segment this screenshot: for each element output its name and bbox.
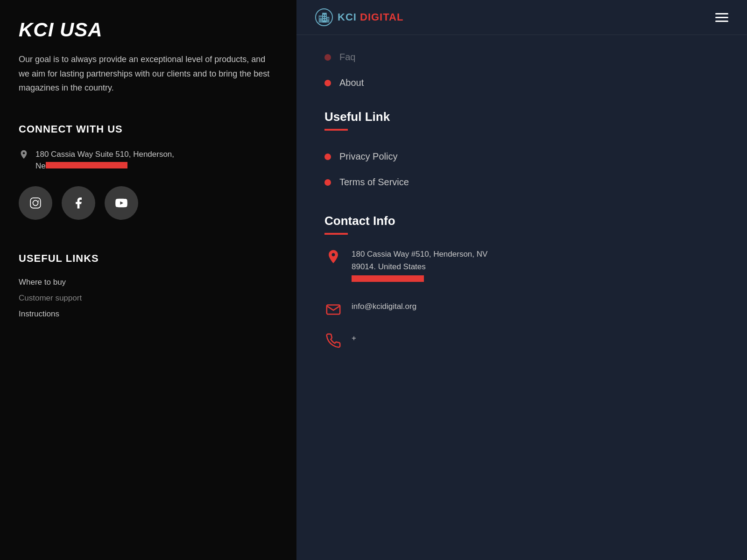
svg-rect-11 (325, 19, 326, 21)
svg-rect-1 (319, 15, 323, 22)
nav-item-about[interactable]: About (324, 70, 719, 96)
useful-link-heading: Useful Link (324, 110, 719, 124)
list-item[interactable]: Customer support (19, 294, 278, 303)
connect-title: CONNECT WITH US (19, 123, 278, 135)
address-row: 180 Cassia Way Suite 510, Henderson, Ne (19, 148, 278, 172)
contact-location-icon (324, 248, 342, 266)
nav-bullet (324, 80, 331, 86)
youtube-button[interactable] (105, 186, 138, 220)
contact-phone-row: + (324, 332, 719, 350)
contact-email-text: info@kcidigital.org (352, 300, 416, 313)
facebook-button[interactable] (62, 186, 95, 220)
nav-bullet (324, 54, 331, 61)
contact-email-row: info@kcidigital.org (324, 300, 719, 318)
hamburger-menu-button[interactable] (715, 13, 728, 22)
contact-address-text: 180 Cassia Way #510, Henderson, NV 89014… (352, 248, 487, 286)
svg-rect-12 (328, 18, 329, 20)
nav-bullet (324, 154, 331, 160)
right-panel: KCI DIGITAL Faq About Useful Link P (296, 0, 747, 560)
svg-rect-6 (323, 14, 324, 16)
contact-info-heading: Contact Info (324, 214, 719, 228)
svg-rect-4 (320, 17, 321, 18)
svg-rect-7 (325, 14, 326, 16)
svg-rect-8 (323, 17, 324, 18)
social-row (19, 186, 278, 220)
svg-rect-2 (322, 13, 327, 23)
useful-links-title: USEFUL LINKS (19, 252, 278, 265)
tagline: Our goal is to always provide an excepti… (19, 52, 278, 95)
svg-rect-5 (321, 17, 322, 18)
email-icon (324, 300, 342, 318)
phone-icon (324, 332, 342, 350)
nav-item-faq[interactable]: Faq (324, 44, 719, 70)
red-underline-contact (324, 233, 348, 235)
svg-rect-9 (325, 17, 326, 18)
kci-digital-logo: KCI DIGITAL (315, 8, 403, 26)
kci-usa-logo: KCI USA (19, 19, 278, 41)
nav-top-items: Faq About (324, 44, 719, 96)
svg-rect-3 (327, 17, 330, 22)
left-panel: KCI USA Our goal is to always provide an… (0, 0, 296, 560)
kci-digital-logo-icon (315, 8, 333, 26)
right-header: KCI DIGITAL (296, 0, 747, 35)
redacted-address (46, 162, 127, 168)
list-item[interactable]: Instructions (19, 309, 278, 319)
address-text: 180 Cassia Way Suite 510, Henderson, Ne (35, 148, 174, 172)
nav-item-privacy[interactable]: Privacy Policy (324, 144, 719, 169)
location-icon (19, 149, 29, 162)
instagram-button[interactable] (19, 186, 52, 220)
right-logo-text: KCI DIGITAL (338, 11, 403, 23)
svg-rect-10 (323, 19, 324, 21)
contact-phone-text: + (352, 332, 356, 344)
redacted-address-right (352, 275, 424, 282)
nav-item-terms[interactable]: Terms of Service (324, 169, 719, 195)
nav-bullet (324, 179, 331, 186)
useful-links-list: Where to buy Customer support Instructio… (19, 278, 278, 319)
right-nav-content: Faq About Useful Link Privacy Policy Ter… (296, 35, 747, 560)
list-item[interactable]: Where to buy (19, 278, 278, 287)
contact-address-row: 180 Cassia Way #510, Henderson, NV 89014… (324, 248, 719, 286)
red-underline-useful (324, 129, 348, 131)
